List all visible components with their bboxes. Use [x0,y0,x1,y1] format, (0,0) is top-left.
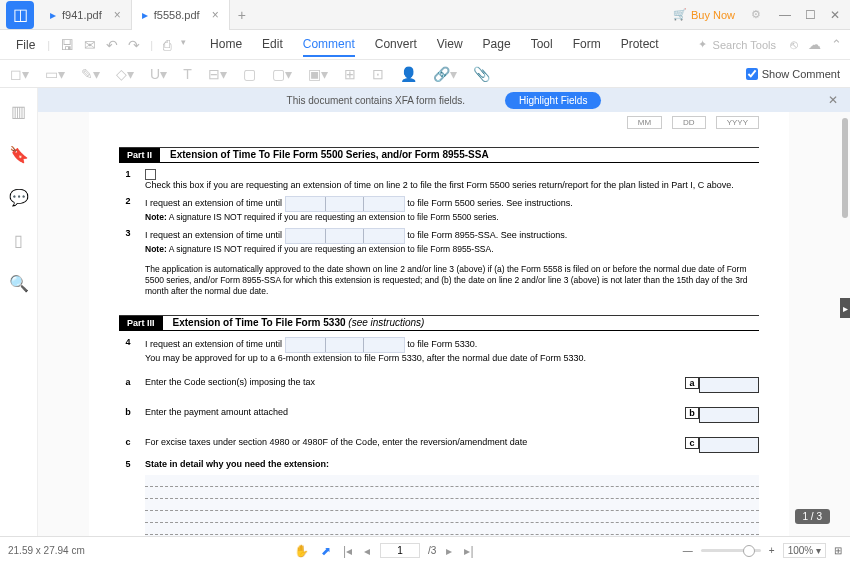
note-tool[interactable]: ◻▾ [10,66,29,82]
next-page-button[interactable]: ▸ [444,544,454,558]
undo-icon[interactable]: ↶ [106,37,118,53]
signature-tool[interactable]: ⊞ [344,66,356,82]
xfa-message: This document contains XFA form fields. [287,95,465,106]
callout-tool[interactable]: ▢ [243,66,256,82]
line-number: 1 [119,169,137,190]
file-menu[interactable]: File [8,38,43,52]
tab-form[interactable]: Form [573,33,601,57]
measure-tool[interactable]: ⊡ [372,66,384,82]
part3-label: Part III [119,316,163,330]
hand-tool-icon[interactable]: ✋ [292,544,311,558]
line-number: 2 [119,196,137,222]
search-panel-icon[interactable]: 🔍 [9,274,29,293]
stamp-tool[interactable]: ▣▾ [308,66,328,82]
prev-page-button[interactable]: ◂ [362,544,372,558]
linea-field[interactable] [699,377,759,393]
lineb-field[interactable] [699,407,759,423]
statusbar: 21.59 x 27.94 cm ✋ ⬈ |◂ ◂ /3 ▸ ▸| — + 10… [0,536,850,564]
collapse-ribbon-icon[interactable]: ⌃ [831,37,842,52]
tab-protect[interactable]: Protect [621,33,659,57]
attachments-panel-icon[interactable]: ▯ [14,231,23,250]
show-comment-checkbox[interactable] [746,68,758,80]
pencil-tool[interactable]: ✎▾ [81,66,100,82]
settings-icon[interactable]: ⚙ [751,8,761,21]
pdf-icon: ▸ [50,8,56,22]
tab-view[interactable]: View [437,33,463,57]
underline-tool[interactable]: U▾ [150,66,167,82]
textbox-tool[interactable]: ⊟▾ [208,66,227,82]
line5-textarea[interactable] [145,475,759,536]
eraser-tool[interactable]: ◇▾ [116,66,134,82]
mail-icon[interactable]: ✉ [84,37,96,53]
comments-panel-icon[interactable]: 💬 [9,188,29,207]
document-viewport[interactable]: MM DD YYYY Part II Extension of Time To … [38,112,840,536]
new-tab-button[interactable]: + [230,7,254,23]
line2-date-field[interactable] [285,196,405,212]
line-number: 4 [119,337,137,363]
zoom-out-button[interactable]: — [683,545,693,556]
tab-f5558[interactable]: ▸ f5558.pdf × [132,0,230,30]
line-letter: b [119,407,137,423]
link-tool[interactable]: 🔗▾ [433,66,457,82]
titlebar: ◫ ▸ f941.pdf × ▸ f5558.pdf × + 🛒 Buy Now… [0,0,850,30]
tab-tool[interactable]: Tool [531,33,553,57]
save-icon[interactable]: 🖫 [60,37,74,53]
highlight-tool[interactable]: ▭▾ [45,66,65,82]
app-logo: ◫ [6,1,34,29]
xfa-banner: This document contains XFA form fields. … [38,88,850,112]
part2-label: Part II [119,148,160,162]
cart-icon: 🛒 [673,8,687,21]
zoom-select[interactable]: 100% ▾ [783,543,826,558]
cloud-icon[interactable]: ☁ [808,37,821,52]
date-header: MM DD YYYY [119,112,759,129]
part2-title: Extension of Time To File Form 5500 Seri… [170,149,489,160]
line3-date-field[interactable] [285,228,405,244]
page-number-input[interactable] [380,543,420,558]
zoom-in-button[interactable]: + [769,545,775,556]
attachment-tool[interactable]: 📎 [473,66,490,82]
expand-panel-icon[interactable]: ▸ [840,298,850,318]
sidebar: ▥ 🔖 💬 ▯ 🔍 [0,88,38,536]
tab-comment[interactable]: Comment [303,33,355,57]
text-tool[interactable]: T [183,66,192,82]
page-total: /3 [428,545,436,556]
redo-icon[interactable]: ↷ [128,37,140,53]
part2-header: Part II Extension of Time To File Form 5… [119,147,759,163]
highlight-fields-button[interactable]: Highlight Fields [505,92,601,109]
close-icon[interactable]: × [114,8,121,22]
share-icon[interactable]: ⎋ [790,37,798,52]
tab-convert[interactable]: Convert [375,33,417,57]
minimize-button[interactable]: — [779,8,791,22]
thumbnails-icon[interactable]: ▥ [11,102,26,121]
linec-field[interactable] [699,437,759,453]
tab-f941[interactable]: ▸ f941.pdf × [40,0,132,30]
tab-page[interactable]: Page [483,33,511,57]
chevron-down-icon[interactable]: ▾ [181,37,186,53]
tab-label: f941.pdf [62,9,102,21]
wand-icon: ✦ [698,38,707,51]
zoom-slider[interactable] [701,549,761,552]
pdf-page: MM DD YYYY Part II Extension of Time To … [89,112,789,536]
buy-now-link[interactable]: 🛒 Buy Now [673,8,735,21]
vertical-scrollbar[interactable] [842,118,848,218]
close-window-button[interactable]: ✕ [830,8,840,22]
fit-page-icon[interactable]: ⊞ [834,545,842,556]
line-number: 5 [119,459,137,536]
line1-checkbox[interactable] [145,169,156,180]
close-banner-icon[interactable]: ✕ [828,93,838,107]
part3-header: Part III Extension of Time To File Form … [119,315,759,331]
close-icon[interactable]: × [212,8,219,22]
tab-home[interactable]: Home [210,33,242,57]
shape-tool[interactable]: ▢▾ [272,66,292,82]
last-page-button[interactable]: ▸| [462,544,475,558]
bookmarks-icon[interactable]: 🔖 [9,145,29,164]
select-tool-icon[interactable]: ⬈ [319,544,333,558]
menubar: File | 🖫 ✉ ↶ ↷ | ⎙ ▾ Home Edit Comment C… [0,30,850,60]
maximize-button[interactable]: ☐ [805,8,816,22]
tab-edit[interactable]: Edit [262,33,283,57]
first-page-button[interactable]: |◂ [341,544,354,558]
user-tool[interactable]: 👤 [400,66,417,82]
print-icon[interactable]: ⎙ [163,37,171,53]
search-tools[interactable]: ✦ Search Tools [698,38,776,51]
line4-date-field[interactable] [285,337,405,353]
